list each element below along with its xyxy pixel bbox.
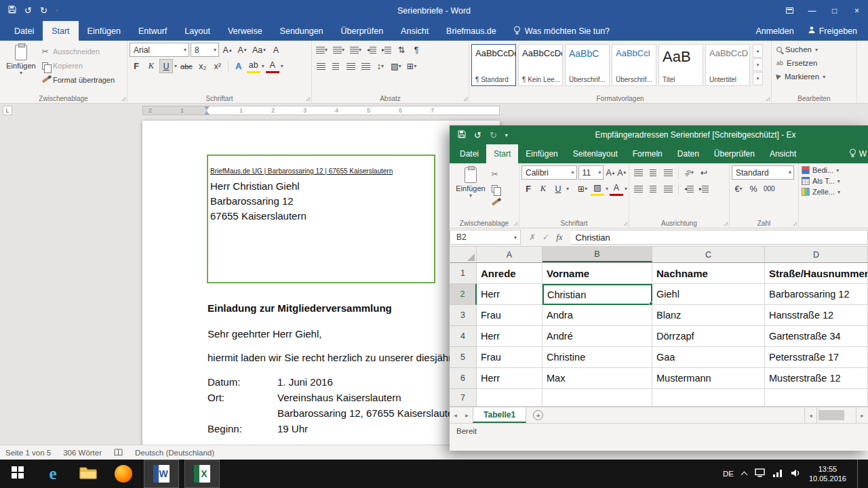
superscript-button[interactable]: x² — [211, 59, 224, 73]
scrollbar-thumb[interactable] — [818, 410, 844, 420]
cell-c6[interactable]: Mustermann — [652, 368, 765, 389]
paste-button[interactable]: Einfügen ▾ — [452, 165, 490, 209]
taskbar-clock[interactable]: 13:55 10.05.2016 — [809, 464, 846, 483]
cell-c1[interactable]: Nachname — [652, 263, 765, 284]
find-button[interactable]: Suchen▾ — [774, 43, 854, 56]
subscript-button[interactable]: x₂ — [196, 59, 210, 73]
font-color-button[interactable]: A — [610, 182, 623, 196]
undo-icon[interactable]: ↺ — [24, 5, 32, 16]
shrink-font-button[interactable]: A▾ — [616, 165, 627, 180]
orientation-button[interactable]: ab▾ — [682, 165, 696, 180]
cell-b4[interactable]: André — [542, 326, 652, 347]
excel-tab-daten[interactable]: Daten — [670, 144, 707, 163]
row-header-3[interactable]: 3 — [450, 305, 477, 326]
page-count-status[interactable]: Seite 1 von 5 — [5, 449, 51, 457]
copy-button[interactable]: Kopieren — [40, 60, 115, 72]
increase-indent-button[interactable]: ▸ — [380, 43, 393, 57]
sheet-nav-left-icon[interactable]: ◂ — [450, 407, 461, 423]
font-family-select[interactable]: Calibri▾ — [521, 165, 577, 180]
underline-button[interactable]: U — [551, 182, 565, 196]
excel-tab-ansicht[interactable]: Ansicht — [762, 144, 804, 163]
bold-button[interactable]: F — [521, 182, 535, 196]
cell-d4[interactable]: Gartenstraße 34 — [765, 326, 868, 347]
format-painter-button[interactable]: Format übertragen — [40, 74, 115, 86]
cell-a3[interactable]: Frau — [477, 305, 542, 326]
bullet-list-button[interactable]: ▾ — [314, 43, 330, 57]
cell-a5[interactable]: Frau — [477, 347, 542, 368]
cell-c3[interactable]: Blanz — [652, 305, 765, 326]
word-tab-entwurf[interactable]: Entwurf — [130, 21, 176, 41]
wrap-text-button[interactable]: ↩ — [697, 165, 711, 180]
style-ueberschrift-1[interactable]: AaBbC Überschrif... — [565, 44, 610, 86]
hanging-indent-marker[interactable] — [204, 108, 210, 115]
align-middle-button[interactable] — [646, 165, 660, 180]
dialog-launcher-icon[interactable]: ◿ — [307, 96, 310, 102]
cell-b5[interactable]: Christine — [542, 347, 652, 368]
excel-taskbar-button[interactable]: X — [184, 460, 220, 488]
cell-b2-selected[interactable]: Christian — [542, 284, 652, 305]
underline-caret-icon[interactable]: ▾ — [174, 63, 177, 69]
numbered-list-button[interactable]: ▾ — [331, 43, 347, 57]
scrollbar-track[interactable] — [816, 407, 856, 423]
cell-a4[interactable]: Herr — [477, 326, 542, 347]
clear-formatting-button[interactable]: A — [269, 43, 283, 57]
row-header-2[interactable]: 2 — [450, 284, 477, 305]
conditional-formatting-button[interactable]: Bedi...▾ — [802, 166, 867, 174]
font-color-caret-icon[interactable]: ▾ — [625, 186, 627, 192]
hidden-icons-chevron-icon[interactable] — [741, 472, 747, 479]
dialog-launcher-icon[interactable]: ◿ — [122, 96, 125, 102]
borders-button[interactable]: ⊞▾ — [405, 59, 419, 73]
align-left-button[interactable] — [314, 59, 328, 73]
redo-icon[interactable]: ↻ — [490, 130, 497, 140]
cell-d6[interactable]: Musterstraße 12 — [765, 368, 868, 389]
gallery-more-icon[interactable]: ▾ — [753, 72, 763, 85]
anmelden-button[interactable]: Anmelden — [755, 26, 793, 36]
copy-button[interactable] — [490, 182, 500, 195]
row-header-7[interactable]: 7 — [450, 389, 477, 407]
sheet-nav-right-icon[interactable]: ▸ — [461, 407, 473, 423]
minimize-icon[interactable]: — — [801, 0, 823, 21]
fill-color-caret-icon[interactable]: ▾ — [606, 186, 608, 192]
row-header-6[interactable]: 6 — [450, 368, 477, 389]
browser-taskbar-button[interactable]: e — [35, 460, 71, 488]
freigeben-button[interactable]: Freigeben — [808, 26, 857, 36]
style-kein-leerraum[interactable]: AaBbCcDc ¶ Kein Lee... — [518, 44, 563, 86]
sheet-tab-tabelle1[interactable]: Tabelle1 — [473, 407, 526, 423]
cell-d3[interactable]: Hansstraße 12 — [765, 305, 868, 326]
scroll-right-icon[interactable]: ▸ — [856, 407, 868, 423]
font-size-select[interactable]: 8▾ — [191, 43, 219, 57]
word-tab-sendungen[interactable]: Sendungen — [271, 21, 332, 41]
align-right-button[interactable] — [661, 182, 675, 196]
column-header-c[interactable]: C — [652, 247, 765, 262]
shrink-font-button[interactable]: A▾ — [235, 43, 249, 57]
excel-tab-ueberpruefen[interactable]: Überprüfen — [707, 144, 762, 163]
cell-c5[interactable]: Gaa — [652, 347, 765, 368]
highlight-color-button[interactable]: ab — [247, 59, 260, 73]
cell-b6[interactable]: Max — [542, 368, 652, 389]
borders-button[interactable]: ⊞▾ — [576, 182, 589, 196]
italic-button[interactable]: K — [536, 182, 550, 196]
text-effects-button[interactable]: A — [232, 59, 245, 73]
cell-c4[interactable]: Dörrzapf — [652, 326, 765, 347]
grow-font-button[interactable]: A▴ — [605, 165, 615, 180]
word-tab-briefmaus[interactable]: Briefmaus.de — [437, 21, 505, 41]
maximize-icon[interactable]: □ — [823, 0, 846, 21]
cell-c2[interactable]: Giehl — [652, 284, 765, 305]
word-tab-ueberpruefen[interactable]: Überprüfen — [332, 21, 393, 41]
align-left-button[interactable] — [631, 182, 645, 196]
fill-handle[interactable] — [649, 302, 653, 306]
font-size-select[interactable]: 11▾ — [578, 165, 604, 180]
ribbon-display-options-icon[interactable] — [778, 0, 801, 21]
select-button[interactable]: Markieren▾ — [774, 70, 854, 83]
gallery-up-icon[interactable]: ▴ — [753, 44, 763, 58]
dialog-launcher-icon[interactable]: ◿ — [624, 221, 627, 226]
cell-d2[interactable]: Barbarossaring 12 — [765, 284, 868, 305]
cell-styles-button[interactable]: Zelle...▾ — [802, 188, 867, 196]
file-explorer-taskbar-button[interactable] — [71, 460, 106, 488]
word-tab-layout[interactable]: Layout — [176, 21, 219, 41]
proofing-book-icon[interactable] — [114, 449, 123, 456]
formula-input[interactable]: Christian — [571, 230, 868, 245]
align-center-button[interactable] — [329, 59, 342, 73]
tab-stop-selector[interactable]: L — [3, 106, 12, 115]
excel-tell-me-box[interactable]: W — [849, 144, 868, 163]
